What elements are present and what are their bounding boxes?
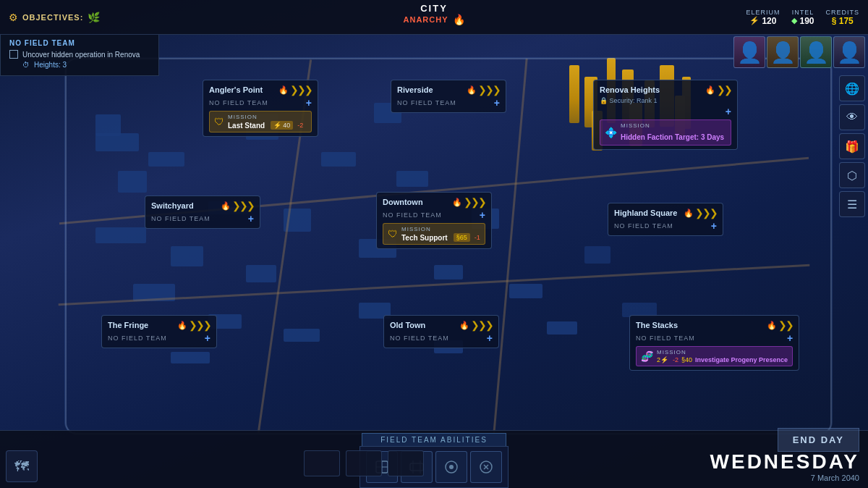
renova-fire-icon: 🔥 [705,85,715,95]
slot-btn-2[interactable] [346,450,382,476]
anglers-neg: -2 [297,122,303,129]
stacks-neg: -2 [673,356,678,363]
anarchy-icon: 🔥 [453,14,465,25]
downtown-name: Downtown [383,198,423,206]
objectives-panel: ⚙ OBJECTIVES: 🌿 [0,9,109,26]
highland-fire-icon: 🔥 [684,209,694,218]
ability-btn-4[interactable] [470,451,502,483]
downtown-add-team-btn[interactable]: + [480,209,485,221]
highland-arrows: ❯❯❯ [695,207,717,219]
slot-btn-1[interactable] [304,450,340,476]
stacks-arrows: ❯❯ [778,319,793,331]
fringe-name: The Fringe [108,321,148,329]
bottom-left-icon-area: 🗺 [6,450,38,482]
obj-checkbox-1[interactable] [9,50,18,59]
downtown-neg: -1 [475,234,480,241]
highland-no-team: NO FIELD TEAM [614,222,673,230]
downtown-mission-name: Tech Support [401,234,448,242]
sidebar-cube-btn[interactable]: ⬡ [839,162,865,188]
renova-security: 🔒 Security: Rank 1 [600,97,731,104]
riverside-fire-icon: 🔥 [467,85,477,95]
obj-text-1: Uncover hidden operation in Renova [22,51,140,59]
district-riverside: Riverside 🔥 ❯❯❯ NO FIELD TEAM + [391,80,506,113]
agent-avatar-4[interactable]: 👤 [833,36,865,68]
svg-point-7 [449,465,454,469]
obj-counter-1: ⏱ [22,61,30,69]
renova-mission-label: MISSION [621,122,724,129]
downtown-arrows: ❯❯❯ [464,196,485,208]
credits-resource: Credits § 175 [825,9,859,26]
riverside-name: Riverside [397,85,433,94]
anglers-mission-label: MISSION [228,114,303,120]
ability-4-icon [478,459,494,475]
ability-btn-3[interactable] [435,451,467,483]
fringe-no-team: NO FIELD TEAM [108,335,167,342]
anglers-mission-name: Last Stand [228,122,265,130]
agent-avatar-3[interactable]: 👤 [800,36,832,68]
ability-3-icon [443,459,459,475]
riverside-arrows: ❯❯❯ [478,84,500,96]
switchyard-add-team-btn[interactable]: + [248,213,254,224]
credits-value: § 175 [832,16,854,26]
highland-add-team-btn[interactable]: + [711,220,717,232]
downtown-mission-label: MISSION [401,226,480,232]
anglers-no-team: NO FIELD TEAM [209,99,268,106]
anglers-mission-icon: 🛡 [214,116,224,127]
agent-avatar-2[interactable]: 👤 [767,36,799,68]
downtown-cost: §65 [454,233,470,242]
obj-height-text: Heights: 3 [34,61,67,69]
fringe-fire-icon: 🔥 [177,321,187,330]
renova-arrows: ❯❯ [717,84,731,96]
map-toggle-btn[interactable]: 🗺 [6,450,38,482]
elerium-resource: Elerium ⚡ 120 [746,9,780,26]
oldtown-add-team-btn[interactable]: + [487,332,493,344]
elerium-icon: ⚡ [749,16,760,25]
anarchy-label: ANARCHY [404,15,448,24]
downtown-mission-icon: 🛡 [388,228,398,240]
switchyard-name: Switchyard [151,201,194,210]
agent-avatars: 👤 👤 👤 👤 [731,35,868,70]
slot-btn-3[interactable] [388,450,424,476]
anglers-fire-icon: 🔥 [278,85,289,95]
renova-add-team-btn[interactable]: + [726,106,731,117]
district-the-fringe: The Fringe 🔥 ❯❯❯ NO FIELD TEAM + [101,315,217,348]
district-the-stacks: The Stacks 🔥 ❯❯ NO FIELD TEAM + 🧬 MISSIO… [629,315,799,371]
riverside-add-team-btn[interactable]: + [494,97,500,109]
anglers-name: Angler's Point [209,85,263,94]
field-abilities-label: FIELD TEAM ABILITIES [362,433,506,446]
day-date-text: 7 March [811,474,840,482]
switchyard-fire-icon: 🔥 [221,201,231,211]
switchyard-no-team: NO FIELD TEAM [151,215,210,222]
day-name: WEDNESDAY [710,450,859,474]
fringe-add-team-btn[interactable]: + [205,332,210,344]
anglers-arrows: ❯❯❯ [290,84,312,96]
sidebar-eye-btn[interactable]: 👁 [839,104,865,130]
elerium-value: 120 [762,16,776,26]
objectives-title: OBJECTIVES: [22,13,83,22]
leaf-icon: 🌿 [88,12,100,23]
agent-3-silhouette: 👤 [801,37,831,67]
right-panel: 🌐 👁 🎁 ⬡ ☰ [836,72,868,220]
sidebar-gift-btn[interactable]: 🎁 [839,133,865,159]
stacks-add-team-btn[interactable]: + [787,332,793,344]
end-day-button[interactable]: END DAY [778,428,859,452]
sidebar-list-btn[interactable]: ☰ [839,191,865,217]
city-status: CITY ANARCHY 🔥 [404,3,465,25]
sidebar-globe-btn[interactable]: 🌐 [839,75,865,101]
agent-1-silhouette: 👤 [734,37,765,67]
anglers-add-team-btn[interactable]: + [306,97,312,109]
agent-2-silhouette: 👤 [767,37,798,67]
intel-resource: Intel ◆ 190 [791,9,814,26]
day-date: 7 March 2040 [710,474,859,482]
renova-name: Renova Heights [600,85,660,94]
stacks-mission-label: MISSION [657,349,788,356]
renova-mission-name: Hidden Faction Target: 3 Days [621,133,724,141]
intel-value: 190 [799,16,814,26]
district-downtown: Downtown 🔥 ❯❯❯ NO FIELD TEAM + 🛡 MISSION… [376,192,492,249]
stacks-cost-a: 2⚡ [657,356,668,363]
renova-mission-icon: 💠 [605,127,617,138]
agent-avatar-1[interactable]: 👤 [733,36,765,68]
security-icon: 🔒 [600,97,608,104]
district-highland-square: Highland Square 🔥 ❯❯❯ NO FIELD TEAM + [608,203,723,236]
highland-name: Highland Square [614,209,677,217]
